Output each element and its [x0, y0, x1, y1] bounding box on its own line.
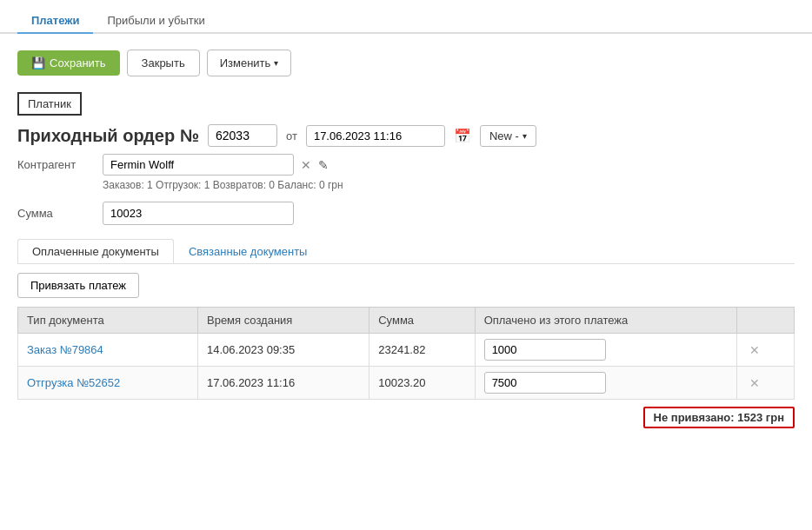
sum-label: Сумма	[17, 207, 96, 220]
doc-sum: 23241.82	[369, 334, 475, 367]
paid-amount-input[interactable]	[484, 372, 606, 394]
close-button[interactable]: Закрыть	[127, 50, 200, 76]
tab-payments[interactable]: Платежи	[17, 9, 93, 34]
col-sum: Сумма	[369, 308, 475, 334]
tab-profits[interactable]: Прибыли и убытки	[93, 9, 218, 34]
tab-paid-docs[interactable]: Оплаченные документы	[17, 239, 174, 263]
doc-type-link[interactable]: Отгрузка №52652	[27, 376, 120, 389]
table-header-row: Тип документа Время создания Сумма Оплач…	[18, 308, 795, 334]
paid-amount-input[interactable]	[484, 339, 606, 361]
new-badge[interactable]: New - ▾	[480, 125, 536, 147]
sum-row: Сумма	[17, 202, 795, 225]
remove-row-button[interactable]: ✕	[746, 376, 763, 390]
clear-icon[interactable]: ✕	[301, 158, 311, 172]
stats-row: Заказов: 1 Отгрузок: 1 Возвратов: 0 Бала…	[103, 179, 795, 191]
date-input[interactable]	[306, 125, 445, 147]
tab-linked-docs[interactable]: Связанные документы	[174, 239, 323, 263]
edit-icon[interactable]: ✎	[318, 158, 329, 172]
calendar-icon[interactable]: 📅	[454, 128, 471, 144]
attach-payment-button[interactable]: Привязать платеж	[17, 273, 139, 298]
chevron-down-icon: ▾	[522, 131, 527, 141]
payer-label: Платник	[17, 92, 82, 116]
contractor-label: Контрагент	[17, 158, 96, 171]
doc-created: 14.06.2023 09:35	[197, 334, 369, 367]
from-label: от	[286, 129, 297, 142]
main-tabs: Платежи Прибыли и убытки	[0, 0, 812, 34]
unpaid-row: Не привязано: 1523 грн	[17, 407, 795, 428]
remove-row-button[interactable]: ✕	[746, 343, 763, 357]
unpaid-badge: Не привязано: 1523 грн	[643, 407, 795, 428]
doc-type-link[interactable]: Заказ №79864	[27, 343, 103, 356]
contractor-row: Контрагент ✕ ✎	[17, 154, 795, 176]
contractor-input[interactable]	[103, 154, 294, 176]
table-row: Заказ №7986414.06.2023 09:3523241.82✕	[18, 334, 795, 367]
table-row: Отгрузка №5265217.06.2023 11:1610023.20✕	[18, 367, 795, 400]
order-number-input[interactable]	[208, 124, 277, 147]
chevron-down-icon: ▾	[274, 58, 278, 68]
form-title-row: Приходный ордер № от 📅 New - ▾	[17, 124, 795, 147]
documents-table: Тип документа Время создания Сумма Оплач…	[17, 307, 795, 400]
save-button[interactable]: 💾 Сохранить	[17, 50, 120, 76]
col-doc-type: Тип документа	[18, 308, 198, 334]
toolbar: 💾 Сохранить Закрыть Изменить ▾	[0, 43, 812, 83]
save-icon: 💾	[31, 56, 45, 70]
document-tabs: Оплаченные документы Связанные документы	[17, 239, 795, 264]
main-form: Приходный ордер № от 📅 New - ▾ Контраген…	[0, 124, 812, 428]
sum-input[interactable]	[103, 202, 294, 225]
doc-sum: 10023.20	[369, 367, 475, 400]
col-created: Время создания	[197, 308, 369, 334]
doc-created: 17.06.2023 11:16	[197, 367, 369, 400]
col-paid: Оплачено из этого платежа	[475, 308, 736, 334]
col-actions	[736, 308, 794, 334]
form-title: Приходный ордер №	[17, 126, 199, 146]
change-button[interactable]: Изменить ▾	[207, 50, 292, 76]
